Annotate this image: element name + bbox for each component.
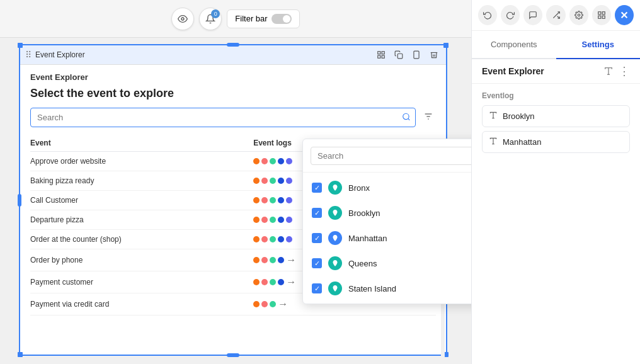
arrow-icon: → (286, 276, 296, 288)
svg-rect-2 (382, 52, 384, 54)
svg-rect-3 (378, 55, 380, 58)
dropdown-item[interactable]: ✓Manhattan (303, 225, 471, 251)
resize-handle-tr[interactable] (443, 43, 449, 48)
dropdown-search-input[interactable] (311, 147, 471, 165)
arrow-icon: → (278, 299, 288, 310)
table-cell-event: Order by phone (30, 249, 253, 271)
panel-header-title: Event Explorer (482, 66, 603, 76)
location-icon (328, 282, 342, 295)
widget-header-label: Event Explorer (35, 50, 85, 59)
eventlog-item-text: Brooklyn (503, 111, 535, 121)
dropdown-item[interactable]: ✓Bronx (303, 175, 471, 200)
svg-rect-22 (602, 12, 605, 14)
panel-header-icons: ⋮ (603, 65, 630, 77)
widget-icon-delete[interactable] (427, 48, 441, 62)
dot (253, 279, 260, 285)
more-options-icon[interactable]: ⋮ (619, 65, 630, 77)
redo-button[interactable] (501, 5, 520, 25)
dropdown-item-label: Manhattan (348, 234, 387, 243)
settings-button[interactable] (569, 5, 588, 25)
panel-tabs: Components Settings (472, 31, 640, 59)
eventlog-item[interactable]: Brooklyn (482, 105, 630, 127)
widget-icon-mobile[interactable] (409, 48, 423, 62)
resize-handle-left[interactable] (18, 194, 21, 207)
eye-button[interactable] (171, 8, 194, 30)
checkbox[interactable]: ✓ (312, 208, 322, 218)
eventlog-dropdown: Create Event Log ✓Bronx✓Brooklyn✓Manhatt… (302, 139, 471, 304)
widget-header-bar: ⠿ Event Explorer (20, 45, 446, 65)
font-size-icon[interactable] (603, 65, 614, 77)
table-cell-event: Payment via credit card (30, 293, 253, 316)
dot (270, 217, 276, 223)
checkbox[interactable]: ✓ (312, 258, 322, 268)
dot (261, 236, 268, 242)
dot (261, 257, 268, 263)
arrow-icon: → (286, 254, 296, 266)
dot (278, 217, 284, 223)
shuffle-button[interactable] (546, 5, 565, 25)
eventlog-item[interactable]: Manhattan (482, 131, 630, 153)
dropdown-item[interactable]: ✓Queens (303, 251, 471, 276)
svg-rect-24 (602, 16, 605, 18)
dot (270, 158, 276, 164)
dot (278, 158, 284, 164)
tab-settings[interactable]: Settings (556, 31, 641, 59)
dot (286, 217, 292, 223)
search-input[interactable] (30, 108, 416, 127)
dot (270, 178, 276, 184)
svg-rect-6 (414, 51, 419, 59)
top-toolbar: 0 Filter bar (0, 0, 471, 38)
dot (278, 279, 284, 285)
dropdown-item[interactable]: ✓Staten Island (303, 276, 471, 301)
resize-handle-bottom[interactable] (227, 353, 239, 357)
right-panel: ✕ Components Settings Event Explorer ⋮ E… (471, 0, 640, 364)
bell-badge: 0 (211, 9, 220, 18)
dot (286, 236, 292, 242)
location-icon (328, 256, 342, 270)
dot (286, 178, 292, 184)
eventlog-item-text: Manhattan (503, 137, 541, 147)
dot (270, 279, 276, 285)
dot (270, 197, 276, 203)
filter-icon-btn[interactable] (421, 109, 436, 126)
dot (261, 279, 268, 285)
dot (261, 158, 268, 164)
dropdown-item-label: Staten Island (348, 284, 396, 293)
dot (261, 301, 268, 307)
dot (286, 197, 292, 203)
panel-header-row: Event Explorer ⋮ (472, 59, 640, 84)
checkbox[interactable]: ✓ (312, 283, 322, 293)
dot (261, 217, 268, 223)
comment-button[interactable] (523, 5, 542, 25)
dot (253, 301, 260, 307)
drag-handle-icon[interactable]: ⠿ (25, 50, 31, 60)
resize-handle-tl[interactable] (18, 43, 23, 48)
search-icon (402, 112, 411, 123)
search-row (30, 108, 436, 127)
resize-handle-top[interactable] (227, 43, 239, 47)
checkbox[interactable]: ✓ (312, 233, 322, 243)
grid-button[interactable] (592, 5, 611, 25)
close-button[interactable]: ✕ (615, 5, 634, 25)
bell-button[interactable]: 0 (199, 8, 222, 30)
eventlog-item-icon (489, 137, 498, 147)
dot (278, 257, 284, 263)
svg-point-0 (181, 18, 184, 20)
table-cell-event: Payment customer (30, 271, 253, 293)
checkbox[interactable]: ✓ (312, 183, 322, 193)
widget-icon-list[interactable] (374, 48, 388, 62)
dot (253, 257, 260, 263)
undo-button[interactable] (478, 5, 497, 25)
filter-bar-toggle[interactable]: Filter bar (227, 9, 299, 28)
svg-rect-5 (397, 54, 403, 59)
filter-toggle-switch[interactable] (271, 14, 292, 24)
location-icon (328, 181, 342, 195)
dot (278, 197, 284, 203)
resize-handle-bl[interactable] (18, 352, 23, 357)
tab-components[interactable]: Components (472, 31, 556, 58)
svg-rect-23 (598, 16, 601, 18)
dot (253, 178, 260, 184)
widget-icon-copy[interactable] (392, 48, 406, 62)
dropdown-item[interactable]: ✓Brooklyn (303, 200, 471, 225)
eventlog-section: Eventlog Brooklyn Manhattan (472, 84, 640, 164)
